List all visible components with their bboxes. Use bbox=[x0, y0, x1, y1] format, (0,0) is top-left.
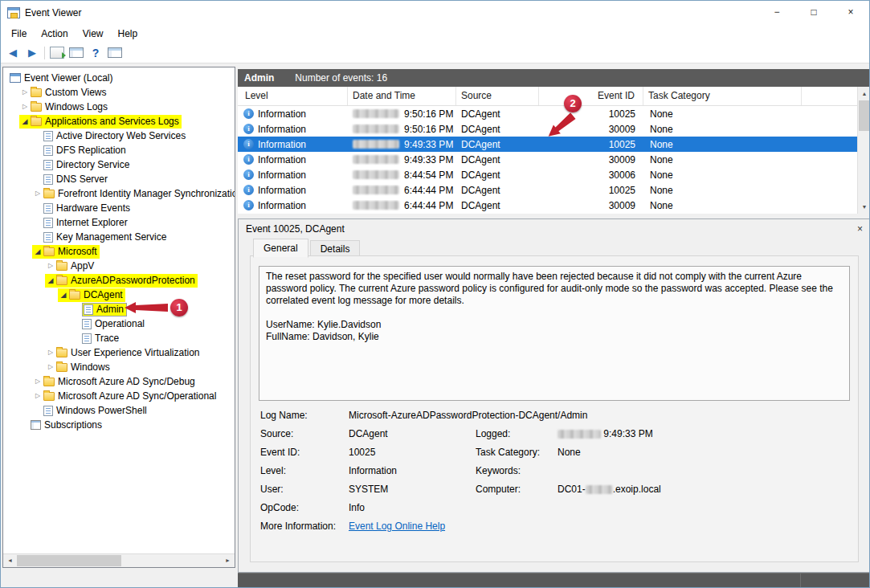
close-icon[interactable]: × bbox=[857, 223, 863, 235]
chevron-collapsed-icon[interactable]: ▷ bbox=[19, 85, 31, 100]
tree-item-microsoft[interactable]: ◢Microsoft bbox=[3, 244, 235, 259]
field-label-user: User: bbox=[260, 484, 349, 495]
event-row[interactable]: iInformation6:44:44 PMDCAgent30009None bbox=[238, 198, 857, 213]
tree-item-label: Forefront Identity Manager Synchronizati… bbox=[58, 188, 235, 199]
tree-item-active-directory-web-services[interactable]: Active Directory Web Services bbox=[3, 129, 235, 143]
tree-item-label: Windows Logs bbox=[45, 101, 108, 112]
tab-general[interactable]: General bbox=[253, 239, 308, 258]
subscriptions-icon bbox=[31, 420, 41, 430]
chevron-expanded-icon[interactable]: ◢ bbox=[32, 244, 43, 259]
console-tree-icon[interactable] bbox=[69, 47, 84, 58]
tree-item-admin[interactable]: Admin bbox=[3, 302, 235, 316]
event-row[interactable]: iInformation6:44:44 PMDCAgent10025None bbox=[238, 182, 857, 198]
scroll-right-icon[interactable]: ► bbox=[221, 554, 235, 567]
tree-item-microsoft-azure-ad-sync-operational[interactable]: ▷Microsoft Azure AD Sync/Operational bbox=[3, 389, 235, 403]
chevron-collapsed-icon[interactable]: ▷ bbox=[32, 374, 43, 389]
tree-item-user-experience-virtualization[interactable]: ▷User Experience Virtualization bbox=[3, 345, 235, 360]
open-saved-log-icon[interactable] bbox=[50, 47, 64, 59]
tree-item-key-management-service[interactable]: Key Management Service bbox=[3, 230, 235, 244]
event-datetime-cell: 6:44:44 PM bbox=[348, 200, 456, 211]
tree-item-trace[interactable]: Trace bbox=[3, 331, 235, 345]
menu-view[interactable]: View bbox=[76, 26, 111, 42]
column-header-level[interactable]: Level bbox=[238, 87, 348, 105]
log-icon bbox=[82, 319, 92, 329]
tree-item-label: DNS Server bbox=[56, 174, 108, 185]
tree-item-label: Internet Explorer bbox=[56, 217, 128, 228]
chevron-collapsed-icon[interactable]: ▷ bbox=[32, 389, 43, 403]
tree-item-subscriptions[interactable]: Subscriptions bbox=[3, 418, 235, 432]
close-button[interactable]: × bbox=[832, 1, 869, 24]
tree-item-dfs-replication[interactable]: DFS Replication bbox=[3, 143, 235, 157]
tree-item-label: Subscriptions bbox=[44, 419, 102, 431]
chevron-collapsed-icon[interactable]: ▷ bbox=[45, 360, 56, 374]
event-id-cell: 30006 bbox=[539, 169, 643, 181]
column-header-event-id[interactable]: Event ID bbox=[539, 87, 643, 105]
tree-item-dcagent[interactable]: ◢DCAgent bbox=[3, 288, 235, 302]
column-header-task-category[interactable]: Task Category bbox=[643, 87, 802, 105]
event-datetime-cell: 9:49:33 PM bbox=[348, 139, 456, 150]
tree-item-hardware-events[interactable]: Hardware Events bbox=[3, 201, 235, 215]
scroll-down-icon[interactable]: ▼ bbox=[858, 200, 870, 214]
chevron-collapsed-icon[interactable]: ▷ bbox=[45, 259, 56, 273]
scrollbar-thumb[interactable] bbox=[859, 100, 870, 131]
tree-item-content: Hardware Events bbox=[43, 202, 133, 215]
chevron-expanded-icon[interactable]: ◢ bbox=[19, 114, 31, 129]
redacted-date bbox=[353, 201, 399, 210]
field-label-log-name: Log Name: bbox=[260, 410, 349, 421]
event-datetime-cell: 9:49:33 PM bbox=[348, 154, 456, 165]
tree-item-windows-logs[interactable]: ▷Windows Logs bbox=[3, 100, 235, 114]
column-header-date-and-time[interactable]: Date and Time bbox=[348, 87, 456, 105]
chevron-collapsed-icon[interactable]: ▷ bbox=[32, 186, 43, 201]
tree-item-directory-service[interactable]: Directory Service bbox=[3, 157, 235, 172]
chevron-collapsed-icon[interactable]: ▷ bbox=[19, 100, 31, 114]
event-task-category-cell: None bbox=[643, 124, 802, 135]
tree-item-internet-explorer[interactable]: Internet Explorer bbox=[3, 215, 235, 230]
folder-icon bbox=[31, 103, 42, 112]
tree-item-dns-server[interactable]: DNS Server bbox=[3, 172, 235, 186]
scroll-up-icon[interactable]: ▲ bbox=[858, 87, 870, 100]
tree-item-content: ▷Windows Logs bbox=[19, 100, 110, 114]
chevron-expanded-icon[interactable]: ◢ bbox=[45, 273, 56, 288]
events-header-count: Number of events: 16 bbox=[295, 72, 387, 84]
minimize-button[interactable]: − bbox=[758, 1, 795, 24]
chevron-collapsed-icon[interactable]: ▷ bbox=[45, 345, 56, 360]
tree-item-operational[interactable]: Operational bbox=[3, 316, 235, 331]
menu-help[interactable]: Help bbox=[111, 26, 145, 42]
tree-item-label: Event Viewer (Local) bbox=[24, 72, 113, 84]
menu-file[interactable]: File bbox=[4, 26, 34, 42]
field-value-opcode: Info bbox=[349, 502, 476, 513]
scrollbar-thumb[interactable] bbox=[17, 555, 121, 566]
tree-item-azureadpasswordprotection[interactable]: ◢AzureADPasswordProtection bbox=[3, 273, 235, 288]
action-pane-icon[interactable] bbox=[108, 47, 122, 58]
menu-action[interactable]: Action bbox=[34, 26, 75, 42]
event-row[interactable]: iInformation9:49:33 PMDCAgent10025None bbox=[238, 137, 857, 152]
tree-item-appv[interactable]: ▷AppV bbox=[3, 259, 235, 273]
events-vertical-scrollbar[interactable]: ▲ ▼ bbox=[857, 87, 870, 214]
back-icon[interactable]: ◀ bbox=[6, 46, 20, 60]
tree-item-content: ◢AzureADPasswordProtection bbox=[45, 274, 198, 288]
help-icon[interactable]: ? bbox=[88, 46, 103, 60]
tree-item-event-viewer-local[interactable]: Event Viewer (Local) bbox=[3, 71, 235, 85]
event-level-cell: iInformation bbox=[238, 108, 348, 120]
event-row[interactable]: iInformation9:50:16 PMDCAgent10025None bbox=[238, 106, 857, 121]
chevron-expanded-icon[interactable]: ◢ bbox=[58, 288, 69, 302]
scroll-left-icon[interactable]: ◄ bbox=[3, 554, 17, 567]
field-value-event-id: 10025 bbox=[349, 447, 476, 458]
tree-item-forefront-identity-manager-synchronization[interactable]: ▷Forefront Identity Manager Synchronizat… bbox=[3, 186, 235, 201]
tree-horizontal-scrollbar[interactable]: ◄ ► bbox=[3, 553, 235, 567]
field-value-log-name: Microsoft-AzureADPasswordProtection-DCAg… bbox=[349, 410, 850, 421]
tree-item-windows[interactable]: ▷Windows bbox=[3, 360, 235, 374]
tree-item-windows-powershell[interactable]: Windows PowerShell bbox=[3, 403, 235, 418]
event-time-text: 9:49:33 PM bbox=[404, 139, 453, 150]
tree-item-microsoft-azure-ad-sync-debug[interactable]: ▷Microsoft Azure AD Sync/Debug bbox=[3, 374, 235, 389]
column-header-source[interactable]: Source bbox=[456, 87, 539, 105]
event-row[interactable]: iInformation8:44:54 PMDCAgent30006None bbox=[238, 167, 857, 182]
results-panel: Admin Number of events: 16 LevelDate and… bbox=[238, 63, 870, 588]
event-row[interactable]: iInformation9:49:33 PMDCAgent30009None bbox=[238, 152, 857, 167]
maximize-button[interactable]: □ bbox=[795, 1, 832, 24]
redacted-date bbox=[353, 109, 399, 118]
forward-icon[interactable]: ▶ bbox=[25, 46, 39, 60]
tree-item-custom-views[interactable]: ▷Custom Views bbox=[3, 85, 235, 100]
tree-item-applications-and-services-logs[interactable]: ◢Applications and Services Logs bbox=[3, 114, 235, 129]
event-log-online-help-link[interactable]: Event Log Online Help bbox=[349, 521, 445, 532]
